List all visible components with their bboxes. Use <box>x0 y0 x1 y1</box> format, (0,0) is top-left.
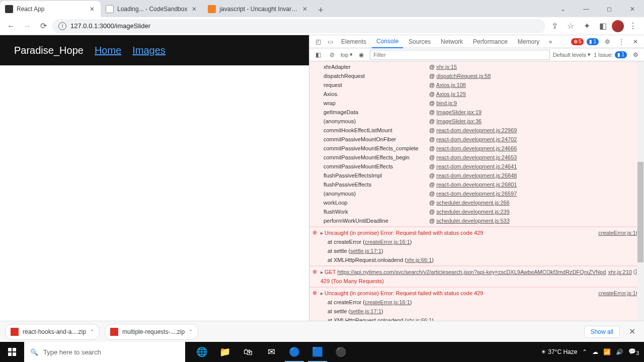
store-icon[interactable]: 🛍 <box>236 342 260 362</box>
close-shelf-button[interactable]: ✕ <box>625 327 639 336</box>
maximize-button[interactable]: ◻ <box>598 1 621 17</box>
settings-icon[interactable]: ⚙ <box>602 36 613 47</box>
sidebar-toggle-icon[interactable]: ◧ <box>312 49 324 60</box>
console-output[interactable]: xhrAdapter@ xhr.js:15dispatchRequest@ di… <box>309 61 644 321</box>
explorer-icon[interactable]: 📁 <box>213 342 236 362</box>
close-icon[interactable]: ✕ <box>89 6 96 13</box>
volume-icon[interactable]: 🔊 <box>616 348 623 355</box>
tray-chevron-icon[interactable]: ⌃ <box>582 348 587 355</box>
stack-frame[interactable]: flushPassiveEffectsImpl@ react-dom.devel… <box>309 171 644 180</box>
scrollbar[interactable] <box>637 61 644 321</box>
react-app: Paradise_Hope Home Images <box>0 35 309 321</box>
issues-button[interactable]: 1 Issue: ▮ 1 <box>594 51 627 58</box>
log-levels-selector[interactable]: Default levels ▾ <box>553 51 591 58</box>
kebab-icon[interactable]: ⋮ <box>616 36 627 47</box>
scrollbar-thumb[interactable] <box>637 162 643 262</box>
error-count-badge[interactable]: ⊗ 5 <box>571 38 584 45</box>
source-link[interactable]: createError.js:16 <box>598 230 639 236</box>
menu-icon[interactable]: ⋮ <box>626 19 640 33</box>
back-button[interactable]: ← <box>4 19 18 33</box>
stack-frame[interactable]: request@ Axios.js:108 <box>309 80 644 89</box>
close-devtools-icon[interactable]: ✕ <box>630 36 641 47</box>
forward-button[interactable]: → <box>20 19 34 33</box>
clear-console-icon[interactable]: ⊘ <box>327 49 338 60</box>
mail-icon[interactable]: ✉ <box>260 342 283 362</box>
site-info-icon[interactable]: i <box>58 22 66 30</box>
live-expression-icon[interactable]: ◉ <box>356 49 367 60</box>
new-tab-button[interactable]: + <box>313 3 328 17</box>
stack-frame[interactable]: flushWork@ scheduler.development.js:239 <box>309 207 644 216</box>
tab-stackoverflow[interactable]: javascript - Uncaught Invariant V ✕ <box>203 1 313 17</box>
onedrive-icon[interactable]: ☁ <box>592 348 598 355</box>
tab-elements[interactable]: Elements <box>337 35 371 48</box>
stack-frame[interactable]: commitPassiveMountOnFiber@ react-dom.dev… <box>309 135 644 144</box>
profile-avatar[interactable] <box>612 20 624 32</box>
stack-frame[interactable]: commitPassiveMountEffects_begin@ react-d… <box>309 153 644 162</box>
nav-home-link[interactable]: Home <box>95 45 121 56</box>
share-icon[interactable]: ⇪ <box>547 19 561 33</box>
download-item[interactable]: react-hooks-and-a....zip ⌃ <box>5 324 100 340</box>
stack-frame[interactable]: flushPassiveEffects@ react-dom.developme… <box>309 180 644 189</box>
tab-search-icon[interactable]: ⌄ <box>551 1 575 17</box>
more-tabs-icon[interactable]: » <box>545 36 556 47</box>
close-icon[interactable]: ✕ <box>301 6 308 13</box>
download-item[interactable]: multiple-requests-....zip ⌃ <box>105 324 198 340</box>
chrome-icon[interactable]: 🔵 <box>283 342 306 362</box>
info-count-badge[interactable]: ▮ 1 <box>587 38 599 45</box>
network-error[interactable]: xhr.js:210 ⓘ ▸GET https://api.nytimes.co… <box>309 266 644 287</box>
tab-sources[interactable]: Sources <box>404 35 435 48</box>
tab-performance[interactable]: Performance <box>468 35 512 48</box>
tab-codesandbox[interactable]: Loading... - CodeSandbox ✕ <box>101 1 203 17</box>
tab-console[interactable]: Console <box>372 35 403 48</box>
stack-frame[interactable]: (anonymous)@ ImageSlider.jsx:36 <box>309 117 644 126</box>
vscode-icon[interactable]: 🟦 <box>306 342 329 362</box>
device-toggle-icon[interactable]: ▭ <box>325 36 336 47</box>
stack-frame[interactable]: workLoop@ scheduler.development.js:266 <box>309 198 644 207</box>
stack-frame[interactable]: xhrAdapter@ xhr.js:15 <box>309 62 644 71</box>
error-message[interactable]: createError.js:16 ▸Uncaught (in promise)… <box>309 287 644 321</box>
url-link[interactable]: https://api.nytimes.com/svc/search/v2/ar… <box>337 269 606 275</box>
stack-frame[interactable]: dispatchRequest@ dispatchRequest.js:58 <box>309 71 644 80</box>
minimize-button[interactable]: — <box>575 1 598 17</box>
context-selector[interactable]: top ▾ <box>341 51 353 58</box>
start-button[interactable] <box>0 342 24 362</box>
obs-icon[interactable]: ⚫ <box>329 342 352 362</box>
search-placeholder: Type here to search <box>43 348 101 356</box>
nav-images-link[interactable]: Images <box>132 45 166 56</box>
tab-react-app[interactable]: React App ✕ <box>0 1 101 17</box>
stack-frame[interactable]: (anonymous)@ react-dom.development.js:26… <box>309 189 644 198</box>
weather-widget[interactable]: ☀ 37°C Haze <box>541 348 578 355</box>
source-link[interactable]: xhr.js:210 <box>608 269 632 275</box>
tab-network[interactable]: Network <box>436 35 467 48</box>
svg-rect-1 <box>13 348 16 351</box>
chevron-up-icon[interactable]: ⌃ <box>90 329 94 334</box>
stack-frame[interactable]: getImageData@ ImageSlider.jsx:19 <box>309 108 644 117</box>
stack-frame[interactable]: commitPassiveMountEffects_complete@ reac… <box>309 144 644 153</box>
stack-frame[interactable]: commitHookEffectListMount@ react-dom.dev… <box>309 126 644 135</box>
stack-frame[interactable]: commitPassiveMountEffects@ react-dom.dev… <box>309 162 644 171</box>
address-bar[interactable]: i 127.0.0.1:3000/imageSlider <box>52 19 545 33</box>
edge-icon[interactable]: 🌐 <box>190 342 213 362</box>
stack-frame[interactable]: wrap@ bind.js:9 <box>309 99 644 108</box>
tab-memory[interactable]: Memory <box>513 35 544 48</box>
sidepanel-icon[interactable]: ◧ <box>596 19 610 33</box>
notifications-icon[interactable]: 💬3 <box>628 348 639 356</box>
taskbar-search[interactable]: 🔍 Type here to search <box>24 342 185 362</box>
reload-button[interactable]: ⟳ <box>36 19 50 33</box>
source-link[interactable]: createError.js:16 <box>598 290 639 296</box>
stack-frame[interactable]: performWorkUntilDeadline@ scheduler.deve… <box>309 216 644 225</box>
close-icon[interactable]: ✕ <box>191 6 198 13</box>
filter-input[interactable] <box>370 50 550 60</box>
chevron-up-icon[interactable]: ⌃ <box>189 329 193 334</box>
console-settings-icon[interactable]: ⚙ <box>630 49 641 60</box>
inspect-icon[interactable]: ◰ <box>312 36 324 47</box>
close-window-button[interactable]: ✕ <box>621 1 644 17</box>
error-message[interactable]: createError.js:16 ▸Uncaught (in promise)… <box>309 227 644 266</box>
show-all-button[interactable]: Show all <box>584 326 620 338</box>
download-filename: multiple-requests-....zip <box>122 328 185 335</box>
tab-title: Loading... - CodeSandbox <box>117 6 187 13</box>
extensions-icon[interactable]: ✦ <box>580 19 594 33</box>
stack-frame[interactable]: Axios.@ Axios.js:129 <box>309 89 644 99</box>
wifi-icon[interactable]: 📶 <box>603 348 611 355</box>
bookmark-icon[interactable]: ☆ <box>564 19 578 33</box>
